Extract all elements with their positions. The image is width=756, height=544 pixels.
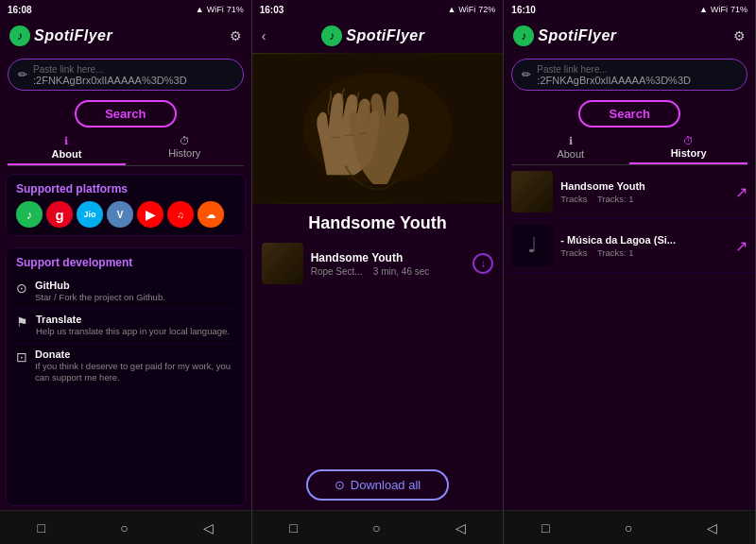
app-logo-middle: ♪ SpotiFlyer xyxy=(321,26,424,46)
tab-about-left[interactable]: ℹ About xyxy=(8,131,126,165)
history-tracks-0: Tracks: 1 xyxy=(597,194,634,204)
app-header-right: ♪ SpotiFlyer ⚙ xyxy=(504,19,755,53)
history-item-0[interactable]: Handsome Youth Tracks Tracks: 1 ↗ xyxy=(504,165,755,219)
track-thumb-image xyxy=(262,243,303,284)
platform-ytmusic[interactable]: ♫ xyxy=(167,201,194,228)
download-indicator[interactable]: ↓ xyxy=(472,253,493,274)
nav-circle-mid[interactable]: ○ xyxy=(372,520,380,536)
status-time-right: 16:10 xyxy=(511,5,536,15)
nav-bar-left: □ ○ ◁ xyxy=(0,510,251,544)
edit-icon-right: ✏ xyxy=(522,68,531,81)
nav-bar-right: □ ○ ◁ xyxy=(504,510,755,544)
support-translate[interactable]: ⚑ Translate Help us translate this app i… xyxy=(16,309,235,343)
download-all-button[interactable]: ⊙ Download all xyxy=(306,469,449,501)
link-value-right: :2FNKAgBrx0xlIAAAAA%3D%3D xyxy=(537,75,691,86)
track-info: Handsome Youth Rope Sect... 3 min, 46 se… xyxy=(311,251,466,277)
history-title-0: Handsome Youth xyxy=(560,180,728,192)
nav-square-right[interactable]: □ xyxy=(541,520,549,536)
tabs-right: ℹ About ⏱ History xyxy=(511,131,747,165)
platforms-section: Supported platforms ♪ g Jio V ▶ ♫ ☁ xyxy=(6,174,246,236)
nav-square-left[interactable]: □ xyxy=(38,520,45,536)
support-github-content: GitHub Star / Fork the project on Github… xyxy=(35,280,165,303)
translate-icon: ⚑ xyxy=(16,314,28,330)
nav-circle-right[interactable]: ○ xyxy=(625,520,632,536)
link-input-text-left: Paste link here... :2FNKAgBrx0xlIAAAAA%3… xyxy=(33,63,233,86)
nav-back-left[interactable]: ◁ xyxy=(203,520,214,536)
platform-gaana[interactable]: g xyxy=(46,201,73,228)
app-logo-right: ♪ SpotiFlyer xyxy=(513,26,616,46)
history-type-0: Tracks xyxy=(560,194,587,204)
track-name: Handsome Youth xyxy=(311,251,466,264)
history-tab-icon-left: ⏱ xyxy=(180,135,190,146)
right-panel: 16:10 ▲ WiFi 71% ♪ SpotiFlyer ⚙ ✏ Paste … xyxy=(504,0,756,544)
search-button-left[interactable]: Search xyxy=(75,100,176,128)
translate-desc: Help us translate this app in your local… xyxy=(36,326,230,337)
signal-icon-right: ▲ xyxy=(699,5,708,14)
history-thumb-img-0 xyxy=(511,171,553,212)
nav-back-mid[interactable]: ◁ xyxy=(455,520,466,536)
app-logo-left: ♪ SpotiFlyer xyxy=(9,26,112,46)
history-action-0[interactable]: ↗ xyxy=(735,183,747,201)
donate-title: Donate xyxy=(35,348,235,360)
support-donate-content: Donate If you think I deserve to get pai… xyxy=(35,348,235,384)
history-title-1: - Música da Lagoa (Si... xyxy=(560,234,728,246)
status-bar-left: 16:08 ▲ WiFi 71% xyxy=(0,0,251,19)
download-all-row: ⊙ Download all xyxy=(252,460,504,510)
platform-spotify[interactable]: ♪ xyxy=(16,201,43,228)
tab-about-right[interactable]: ℹ About xyxy=(511,131,629,164)
album-cover-image xyxy=(252,53,504,204)
nav-circle-left[interactable]: ○ xyxy=(120,520,128,536)
platform-jio[interactable]: Jio xyxy=(77,201,103,228)
tab-history-left[interactable]: ⏱ History xyxy=(126,131,244,165)
support-github[interactable]: ⊙ GitHub Star / Fork the project on Gith… xyxy=(16,275,235,309)
about-tab-label-left: About xyxy=(52,148,82,160)
platform-vk[interactable]: V xyxy=(107,201,133,228)
link-input-row-left[interactable]: ✏ Paste link here... :2FNKAgBrx0xlIAAAAA… xyxy=(8,59,244,91)
back-button-middle[interactable]: ‹ xyxy=(262,28,266,43)
app-title-middle: SpotiFlyer xyxy=(346,27,424,44)
platform-youtube[interactable]: ▶ xyxy=(137,201,163,228)
platforms-row: ♪ g Jio V ▶ ♫ ☁ xyxy=(16,201,235,228)
history-action-1[interactable]: ↗ xyxy=(735,237,747,255)
wifi-icon-right: WiFi xyxy=(711,5,728,14)
link-input-row-right[interactable]: ✏ Paste link here... :2FNKAgBrx0xlIAAAAA… xyxy=(511,59,747,91)
search-btn-row-right: Search xyxy=(504,100,755,128)
platform-soundcloud[interactable]: ☁ xyxy=(198,201,224,228)
app-title-right: SpotiFlyer xyxy=(538,27,616,44)
settings-icon-left[interactable]: ⚙ xyxy=(230,28,242,43)
left-panel: 16:08 ▲ WiFi 71% ♪ SpotiFlyer ⚙ ✏ Paste … xyxy=(0,0,252,544)
track-thumbnail xyxy=(262,243,303,284)
search-button-right[interactable]: Search xyxy=(578,100,679,128)
translate-title: Translate xyxy=(36,314,230,325)
support-donate[interactable]: ⊡ Donate If you think I deserve to get p… xyxy=(16,344,235,389)
status-bar-middle: 16:03 ▲ WiFi 72% xyxy=(252,0,504,19)
battery-right: 71% xyxy=(730,5,747,14)
history-type-1: Tracks xyxy=(560,247,587,258)
track-duration: 3 min, 46 sec xyxy=(373,266,429,277)
wifi-icon: WiFi xyxy=(207,5,224,14)
middle-panel: 16:03 ▲ WiFi 72% ‹ ♪ SpotiFlyer xyxy=(252,0,505,544)
status-icons-right: ▲ WiFi 71% xyxy=(699,5,747,14)
download-all-icon: ⊙ xyxy=(335,478,345,492)
nav-square-mid[interactable]: □ xyxy=(289,520,297,536)
nav-back-right[interactable]: ◁ xyxy=(707,520,717,536)
support-title: Support development xyxy=(16,256,235,269)
support-section: Support development ⊙ GitHub Star / Fork… xyxy=(6,247,246,506)
signal-icon: ▲ xyxy=(196,5,204,14)
about-tab-label-right: About xyxy=(557,148,584,160)
github-desc: Star / Fork the project on Github. xyxy=(35,292,165,303)
spotify-logo-right: ♪ xyxy=(513,26,534,46)
album-title: Handsome Youth xyxy=(252,204,504,237)
history-item-1[interactable]: ♩ - Música da Lagoa (Si... Tracks Tracks… xyxy=(504,219,755,273)
donate-desc: If you think I deserve to get paid for m… xyxy=(35,361,235,384)
donate-icon: ⊡ xyxy=(16,349,27,365)
spotify-logo-middle: ♪ xyxy=(321,26,342,46)
history-sub-0: Tracks Tracks: 1 xyxy=(560,194,728,204)
tabs-left: ℹ About ⏱ History xyxy=(8,131,244,166)
settings-icon-right[interactable]: ⚙ xyxy=(733,28,746,43)
wifi-icon-mid: WiFi xyxy=(458,5,475,14)
tab-history-right[interactable]: ⏱ History xyxy=(629,131,747,164)
link-placeholder-left: Paste link here... xyxy=(33,64,103,75)
link-value-left: :2FNKAgBrx0xlIAAAAA%3D%3D xyxy=(33,75,187,86)
hands-svg xyxy=(252,53,504,204)
